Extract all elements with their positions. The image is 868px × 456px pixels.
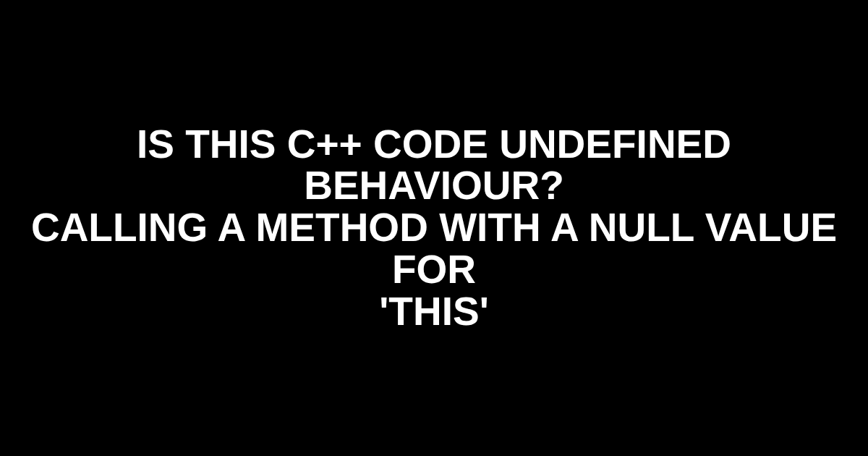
title-line-1: IS THIS C++ CODE UNDEFINED BEHAVIOUR? (29, 124, 839, 208)
title-line-2: CALLING A METHOD WITH A NULL VALUE FOR (29, 207, 839, 291)
title-line-3: 'THIS' (29, 291, 839, 333)
title-text: IS THIS C++ CODE UNDEFINED BEHAVIOUR? CA… (29, 124, 839, 333)
title-container: IS THIS C++ CODE UNDEFINED BEHAVIOUR? CA… (0, 124, 868, 333)
